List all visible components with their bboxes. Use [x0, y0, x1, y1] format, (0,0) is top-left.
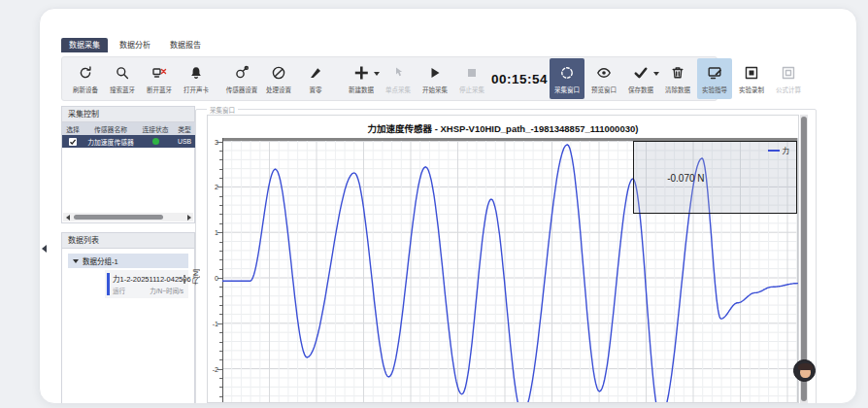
screenshot-root: { "tabs": [ {"label": "数据采集", "active": …: [0, 0, 868, 408]
acquisition-control-panel: 采集控制 选择传感器名称连接状态类型 力加速度传感器USB: [61, 106, 195, 223]
save-check-icon: [633, 64, 649, 83]
play-icon: [427, 64, 443, 83]
current-reading-label: -0.070 N: [667, 173, 704, 184]
toolbar-button-label: 新建数据: [349, 85, 374, 94]
y-axis-ticks: 3210-1-2: [208, 138, 222, 402]
app-window: 数据采集数据分析数据报告 刷新设备搜索蓝牙断开蓝牙打开声卡传感器设置处理设置置零…: [39, 8, 857, 404]
legend-line-swatch: [768, 150, 780, 152]
tab-1[interactable]: 数据分析: [112, 38, 158, 52]
add-icon: [353, 64, 369, 83]
scrollbar-thumb[interactable]: [74, 215, 163, 220]
dropdown-caret-icon[interactable]: [374, 72, 380, 76]
capture-window-button[interactable]: 采集窗口: [550, 58, 584, 99]
toolbar-button-label: 预览窗口: [591, 85, 617, 94]
save-check-button[interactable]: 保存数据: [623, 58, 658, 99]
search-icon: [115, 64, 130, 83]
trash-icon: [670, 64, 685, 83]
toolbar-button-label: 开始采集: [422, 85, 448, 94]
sensor-col-header: 连接状态: [138, 122, 173, 135]
user-avatar[interactable]: [793, 359, 816, 382]
sensor-col-header: 传感器名称: [83, 122, 138, 135]
formula-button: 公式计算: [771, 58, 806, 99]
data-group-row[interactable]: 数据分组-1: [68, 254, 188, 268]
add-button[interactable]: 新建数据: [344, 58, 379, 99]
formula-icon: [781, 64, 796, 83]
item-accent-bar: [107, 273, 110, 295]
sensor-settings-icon: [234, 64, 250, 83]
toolbar-button-label: 刷新设备: [73, 85, 98, 94]
dropdown-caret-icon[interactable]: [653, 72, 659, 76]
chart-title: 力加速度传感器 - XHSP-V10HID_path_-1981348857_1…: [208, 121, 798, 135]
bluetooth-disconnect-icon: [151, 64, 167, 83]
bluetooth-disconnect-button[interactable]: 断开蓝牙: [142, 58, 177, 99]
sound-card-button[interactable]: 打开声卡: [179, 58, 214, 99]
stop-button: 停止采集: [454, 58, 489, 99]
refresh-button[interactable]: 刷新设备: [68, 58, 103, 99]
acquisition-timer: 00:15:54: [491, 72, 548, 86]
toolbar-button-label: 实验录制: [739, 85, 764, 94]
experiment-guide-button[interactable]: 实验指导: [697, 58, 732, 99]
sensor-table-row[interactable]: 力加速度传感器USB: [62, 135, 196, 148]
item-menu-icon[interactable]: [184, 275, 185, 284]
toolbar-button-label: 实验指导: [702, 85, 727, 94]
data-group-label: 数据分组-1: [83, 255, 118, 266]
toolbar-button-label: 搜索蓝牙: [110, 85, 135, 94]
search-button[interactable]: 搜索蓝牙: [105, 58, 140, 99]
avatar-hair: [798, 363, 813, 370]
legend-series-label: 力: [783, 145, 790, 155]
process-settings-icon: [271, 64, 286, 83]
data-item-status: 运行: [113, 286, 125, 295]
horizontal-scrollbar[interactable]: [63, 213, 193, 221]
record-icon: [744, 64, 759, 83]
toolbar-button-label: 清除数据: [665, 85, 690, 94]
tab-2[interactable]: 数据报告: [162, 38, 209, 52]
toolbar-button-label: 单点采集: [385, 85, 411, 94]
data-list-panel: 数据列表 数据分组-1 力1-2-20251112-042506 运行 力/N~…: [61, 232, 195, 403]
zero-icon: [308, 64, 323, 83]
record-button[interactable]: 实验录制: [734, 58, 769, 99]
scroll-left-icon[interactable]: [63, 213, 72, 221]
sensor-settings-button[interactable]: 传感器设置: [224, 58, 259, 99]
scroll-right-icon[interactable]: [184, 213, 193, 221]
data-list-title: 数据列表: [62, 233, 194, 249]
status-dot: [152, 138, 159, 145]
data-item-axes: 力/N~时间/s: [150, 286, 184, 295]
plot-area[interactable]: -0.070 N 力: [222, 138, 798, 402]
toolbar: 刷新设备搜索蓝牙断开蓝牙打开声卡传感器设置处理设置置零新建数据单点采集开始采集停…: [61, 56, 718, 101]
zero-button[interactable]: 置零: [298, 58, 333, 99]
toolbar-button-label: 传感器设置: [226, 85, 258, 94]
experiment-guide-icon: [707, 64, 722, 83]
main-tabs: 数据采集数据分析数据报告: [61, 38, 209, 52]
stop-icon: [464, 64, 480, 83]
data-list-item[interactable]: 力1-2-20251112-042506 运行 力/N~时间/s: [105, 270, 188, 298]
capture-window-icon: [559, 64, 575, 83]
toolbar-button-label: 断开蓝牙: [147, 85, 172, 94]
sensor-checkbox[interactable]: [69, 138, 77, 146]
tab-0[interactable]: 数据采集: [61, 38, 108, 52]
y-axis-title: 力[N]: [191, 269, 201, 285]
sensor-col-header: 选择: [62, 122, 83, 135]
sound-card-icon: [188, 64, 204, 83]
single-point-button: 单点采集: [381, 58, 416, 99]
panel-collapse-icon[interactable]: [42, 245, 47, 253]
chevron-down-icon: [73, 259, 79, 263]
eye-button[interactable]: 预览窗口: [586, 58, 621, 99]
sensor-col-header: 类型: [173, 122, 196, 135]
chart-canvas[interactable]: 力加速度传感器 - XHSP-V10HID_path_-1981348857_1…: [207, 115, 799, 403]
refresh-icon: [78, 64, 93, 83]
chart-legend: 力: [768, 145, 790, 155]
toolbar-button-label: 打开声卡: [184, 85, 209, 94]
process-settings-button[interactable]: 处理设置: [261, 58, 296, 99]
toolbar-button-label: 采集窗口: [554, 85, 580, 94]
sensor-type: USB: [173, 135, 196, 148]
play-button[interactable]: 开始采集: [417, 58, 452, 99]
toolbar-button-label: 保存数据: [628, 85, 653, 94]
toolbar-button-label: 公式计算: [776, 85, 801, 94]
acquisition-control-title: 采集控制: [62, 107, 194, 122]
trash-button[interactable]: 清除数据: [660, 58, 695, 99]
toolbar-button-label: 处理设置: [266, 85, 291, 94]
toolbar-button-label: 停止采集: [459, 85, 484, 94]
sensor-name: 力加速度传感器: [83, 135, 138, 148]
single-point-icon: [390, 64, 406, 83]
capture-window-group-label: 采集窗口: [207, 105, 238, 115]
